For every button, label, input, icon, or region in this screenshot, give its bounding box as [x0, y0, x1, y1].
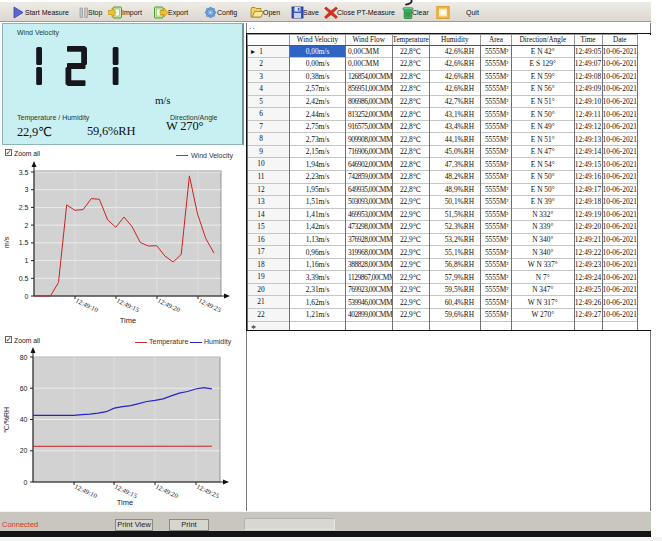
- svg-text:80: 80: [20, 354, 28, 361]
- svg-text:60: 60: [20, 385, 28, 392]
- svg-text:Time: Time: [117, 498, 133, 507]
- svg-text:20: 20: [20, 447, 28, 454]
- svg-text:12:49:25: 12:49:25: [198, 297, 223, 314]
- svg-text:12:49:25: 12:49:25: [196, 483, 221, 500]
- svg-text:1: 1: [25, 257, 29, 264]
- svg-text:2: 2: [25, 222, 29, 229]
- svg-text:℃/%RH: ℃/%RH: [3, 407, 10, 433]
- svg-text:12:49:10: 12:49:10: [74, 483, 99, 500]
- svg-text:12:49:20: 12:49:20: [155, 483, 180, 500]
- svg-text:3: 3: [25, 186, 29, 193]
- svg-text:Time: Time: [120, 316, 136, 325]
- svg-text:2.5: 2.5: [19, 204, 29, 211]
- svg-text:40: 40: [20, 416, 28, 423]
- svg-text:1.5: 1.5: [19, 239, 29, 246]
- svg-text:0: 0: [24, 479, 28, 486]
- svg-text:12:49:20: 12:49:20: [157, 297, 182, 314]
- svg-text:0: 0: [25, 293, 29, 300]
- svg-text:3.5: 3.5: [19, 169, 29, 176]
- svg-text:0.5: 0.5: [19, 275, 29, 282]
- svg-text:12:49:15: 12:49:15: [116, 297, 141, 314]
- svg-text:m/s: m/s: [3, 236, 10, 248]
- svg-text:12:49:10: 12:49:10: [75, 297, 100, 314]
